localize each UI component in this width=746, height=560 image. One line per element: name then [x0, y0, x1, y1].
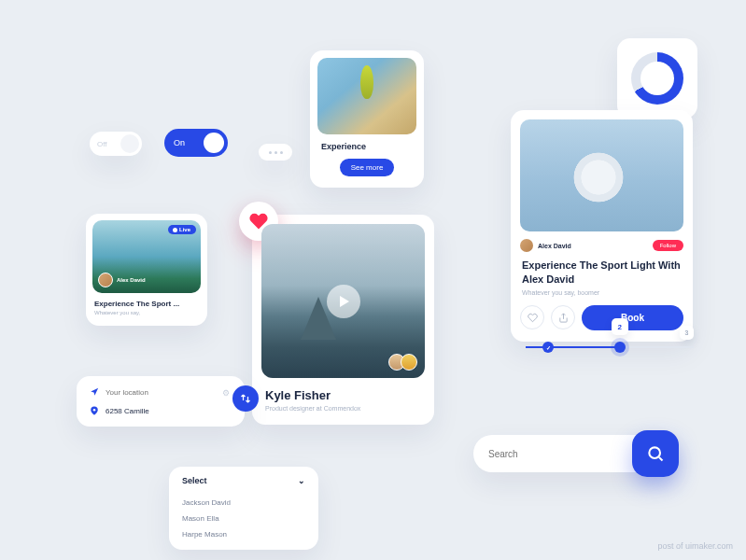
select-option[interactable]: Harpe Mason — [182, 526, 305, 542]
share-button[interactable] — [551, 305, 575, 329]
book-button[interactable]: Book — [582, 305, 683, 330]
book-author[interactable]: Alex David — [520, 239, 571, 252]
location-address: 6258 Camille — [106, 407, 149, 415]
viewer-avatars — [393, 354, 417, 371]
search-bar — [473, 435, 673, 472]
swap-button[interactable] — [232, 385, 259, 412]
stepper-track[interactable]: ✓ — [526, 346, 694, 348]
step-done: ✓ — [542, 342, 554, 353]
chevron-down-icon: ⌄ — [298, 476, 305, 485]
step-current — [614, 342, 626, 353]
avatar — [98, 273, 113, 287]
select-dropdown[interactable]: Select ⌄ Jackson David Mason Ella Harpe … — [169, 467, 318, 550]
heart-icon — [528, 313, 538, 323]
settings-icon[interactable]: ⚙ — [222, 388, 230, 398]
experience-card: Experience See more — [310, 50, 424, 188]
book-tagline: Whatever you say, boomer — [522, 289, 682, 296]
toggle-off[interactable]: Off — [90, 132, 142, 156]
follow-button[interactable]: Follow — [653, 240, 683, 251]
experience-image — [317, 58, 416, 134]
pin-icon — [90, 406, 99, 415]
book-title: Experience The Sport Light With Alex Dav… — [522, 259, 682, 287]
toggle-on[interactable]: On — [164, 129, 228, 157]
profile-card: Kyle Fisher Product designer at Commendo… — [252, 215, 434, 425]
mini-author-name: Alex David — [117, 277, 146, 283]
share-icon — [558, 313, 569, 323]
see-more-button[interactable]: See more — [340, 159, 395, 176]
book-author-name: Alex David — [538, 243, 571, 249]
mini-tagline: Whatever you say, — [94, 310, 199, 315]
mini-author: Alex David — [98, 273, 146, 287]
stepper: 2 3 ✓ — [526, 346, 694, 348]
mini-image: Live Alex David — [92, 220, 201, 293]
navigation-icon — [90, 387, 99, 397]
mini-sport-card[interactable]: Live Alex David Experience The Sport ...… — [86, 214, 207, 326]
progress-ring — [631, 52, 683, 105]
avatar — [520, 239, 533, 252]
play-icon — [327, 285, 360, 318]
step-badge-next: 3 — [680, 326, 694, 340]
experience-title: Experience — [321, 142, 416, 151]
search-icon — [646, 444, 665, 463]
credit-text: post of uimaker.com — [657, 541, 733, 551]
profile-video[interactable] — [261, 224, 425, 378]
like-button[interactable] — [520, 305, 544, 329]
search-button[interactable] — [632, 430, 679, 477]
progress-ring-card — [617, 38, 697, 119]
toggle-off-label: Off — [97, 140, 107, 148]
book-card: Alex David Follow Experience The Sport L… — [511, 110, 693, 342]
toggle-on-label: On — [174, 138, 185, 147]
select-option[interactable]: Jackson David — [182, 495, 305, 511]
select-label: Select — [182, 476, 207, 485]
select-option[interactable]: Mason Ella — [182, 511, 305, 526]
step-badge-current: 2 — [612, 318, 628, 335]
svg-point-1 — [649, 447, 660, 458]
profile-name: Kyle Fisher — [265, 388, 421, 402]
swap-icon — [240, 393, 251, 404]
live-badge: Live — [168, 225, 196, 234]
location-input[interactable] — [106, 388, 232, 397]
svg-point-0 — [93, 409, 96, 412]
profile-subtitle: Product designer at Commendox — [265, 405, 421, 412]
mini-title: Experience The Sport ... — [94, 300, 199, 308]
book-image — [520, 119, 683, 231]
more-button[interactable] — [259, 144, 292, 161]
location-card: ⚙ 6258 Camille — [77, 376, 245, 427]
